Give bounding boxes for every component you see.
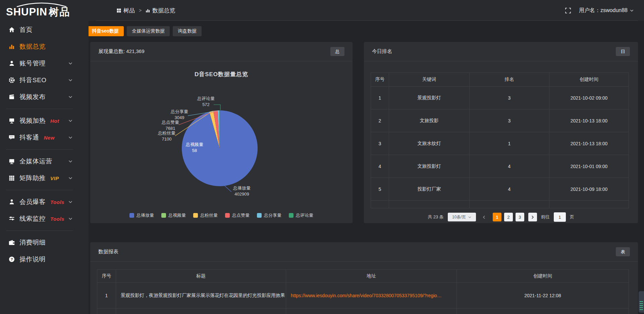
sidebar-item-抖客通[interactable]: 抖客通New: [0, 129, 89, 146]
table-cell: 2021-10-01 09:00: [549, 155, 629, 178]
sidebar-item-操作说明[interactable]: ?操作说明: [0, 251, 89, 268]
page-size-select[interactable]: 10条/页: [448, 213, 476, 221]
table-cell: 景观投影灯: [389, 87, 470, 109]
goto-page-input[interactable]: [554, 212, 566, 222]
table-cell: 4: [371, 155, 389, 178]
column-header-地址: 地址: [286, 270, 457, 283]
user-menu[interactable]: 用户名：zswodun88: [579, 7, 634, 14]
video-link[interactable]: https://www.iesdouyin.com/share/video/70…: [291, 293, 442, 298]
sidebar-item-label: 首页: [19, 25, 33, 34]
table-cell: 文旅投影: [389, 109, 470, 132]
sidebar-item-视频加热[interactable]: 视频加热Hot: [0, 112, 89, 129]
legend-item-总视频量[interactable]: 总视频量: [161, 212, 186, 218]
pagination-total: 共 23 条: [428, 214, 444, 220]
report-table: 序号标题地址创建时间 1景观投影灯，夜游景观投影灯厂家展示展示落花灯在花园里的灯…: [97, 269, 629, 314]
table-cell: 2021-10-02 09:00: [549, 87, 629, 109]
chart-title: D音SEO数据量总览: [90, 70, 353, 78]
sidebar-item-label: 会员爆客: [19, 198, 46, 206]
topbar-right: 用户名：zswodun88: [565, 0, 634, 21]
sidebar-item-账号管理[interactable]: 账号管理: [0, 55, 89, 72]
table-cell: https://www.iesdouyin.com/share/video/70…: [286, 283, 457, 309]
breadcrumb-item-home[interactable]: 树品: [117, 7, 135, 14]
sliders-icon: [8, 215, 15, 222]
pie-label-总视频量: 总视频量58: [186, 142, 203, 153]
legend-item-总分享量[interactable]: 总分享量: [257, 212, 281, 218]
sidebar-item-视频发布[interactable]: 视频发布: [0, 89, 89, 105]
legend-label: 总分享量: [264, 212, 281, 218]
legend-swatch: [289, 213, 293, 218]
chevron-down-icon: [68, 78, 73, 83]
tab-抖音seo数据[interactable]: 抖音seo数据: [87, 26, 124, 36]
sidebar-item-badge: New: [44, 135, 55, 141]
sidebar-item-label: 全媒体运营: [19, 157, 52, 166]
sidebar-item-数据总览[interactable]: 数据总览: [0, 38, 89, 55]
sidebar-item-label: 视频发布: [19, 93, 46, 101]
impressions-panel: 展现量总数: 421,369 总 D音SEO数据量总览 总播放量总视频量总粉丝量…: [90, 42, 353, 223]
sidebar-item-badge: Hot: [50, 118, 59, 124]
legend-label: 总粉丝量: [200, 212, 218, 218]
table-cell: 4: [470, 178, 549, 201]
legend-item-总粉丝量[interactable]: 总粉丝量: [193, 212, 218, 218]
sidebar-item-label: 视频加热: [19, 116, 46, 125]
fullscreen-icon[interactable]: [565, 8, 571, 13]
legend-swatch: [129, 213, 134, 218]
sidebar-item-label: 线索监控: [19, 214, 46, 223]
breadcrumb-label: 数据总览: [152, 7, 175, 14]
legend-item-总播放量[interactable]: 总播放量: [129, 212, 154, 218]
header-divider: [96, 20, 638, 21]
sidebar-item-会员爆客[interactable]: 会员爆客Tools: [0, 194, 89, 210]
grid-icon: [8, 175, 15, 181]
page-button-1[interactable]: 1: [493, 213, 501, 221]
tab-询盘数据[interactable]: 询盘数据: [173, 26, 202, 36]
bar-small-icon: [146, 8, 150, 13]
table-row: 2文旅投影32021-10-13 18:00: [371, 109, 629, 132]
sidebar-item-抖音SEO[interactable]: 抖音SEO: [0, 72, 89, 89]
table-row-partial: [97, 309, 629, 314]
day-view-button[interactable]: 日: [616, 47, 630, 56]
prev-page-button[interactable]: [480, 213, 489, 221]
chat-icon: [8, 134, 15, 141]
table-cell: 1: [97, 283, 116, 309]
goto-unit: 页: [570, 214, 574, 220]
table-row: 1景观投影灯32021-10-02 09:00: [371, 87, 629, 109]
sidebar-item-label: 抖客通: [19, 133, 39, 142]
table-cell: 3: [470, 109, 549, 132]
video-icon: [8, 94, 15, 100]
sidebar-item-线索监控[interactable]: 线索监控Tools: [0, 210, 89, 227]
sidebar-item-消费明细[interactable]: 消费明细: [0, 234, 89, 251]
breadcrumb-item-current[interactable]: 数据总览: [146, 7, 175, 14]
sidebar-item-badge: VIP: [50, 175, 59, 181]
table-cell: 文旅水纹灯: [389, 132, 470, 155]
member-icon: [8, 199, 15, 205]
table-cell: 2021-11-22 12:08: [457, 283, 629, 309]
table-row: 1景观投影灯，夜游景观投影灯厂家展示展示落花灯在花园里的灯光投影应用效果 #ht…: [97, 283, 629, 309]
ranking-panel-header: 今日排名 日: [364, 42, 638, 61]
table-cell: 1: [371, 87, 389, 109]
floating-widget[interactable]: [639, 291, 644, 313]
legend-label: 总播放量: [137, 212, 154, 218]
chevron-down-icon: [68, 200, 73, 204]
next-page-button[interactable]: [528, 213, 537, 221]
legend-item-总点赞量[interactable]: 总点赞量: [225, 212, 250, 218]
legend-item-总评论量[interactable]: 总评论量: [289, 212, 313, 218]
table-cell: 1: [470, 132, 549, 155]
sidebar-item-矩阵助推[interactable]: 矩阵助推VIP: [0, 170, 89, 187]
sidebar-item-首页[interactable]: 首页: [0, 21, 89, 38]
chevron-down-icon: [68, 61, 73, 66]
tab-全媒体运营数据[interactable]: 全媒体运营数据: [127, 26, 170, 36]
table-view-button[interactable]: 表: [616, 247, 630, 256]
sidebar-item-全媒体运营[interactable]: 全媒体运营: [0, 153, 89, 170]
sidebar-item-badge: Tools: [50, 199, 64, 205]
pie-chart: D音SEO数据量总览 总播放量总视频量总粉丝量总点赞量总分享量总评论量 总播放量…: [90, 61, 353, 223]
breadcrumb-label: 树品: [123, 7, 135, 14]
page-button-3[interactable]: 3: [516, 213, 524, 221]
pie-callout-总播放量: [225, 186, 231, 192]
impressions-total-label: 展现量总数: 421,369: [98, 48, 145, 55]
sidebar-item-label: 账号管理: [19, 59, 46, 68]
chevron-down-icon: [68, 118, 73, 123]
total-view-button[interactable]: 总: [330, 47, 344, 56]
page-button-2[interactable]: 2: [504, 213, 513, 221]
page-number-buttons: 123: [493, 213, 524, 221]
table-cell: 3: [470, 87, 549, 109]
help-icon: ?: [8, 256, 15, 263]
